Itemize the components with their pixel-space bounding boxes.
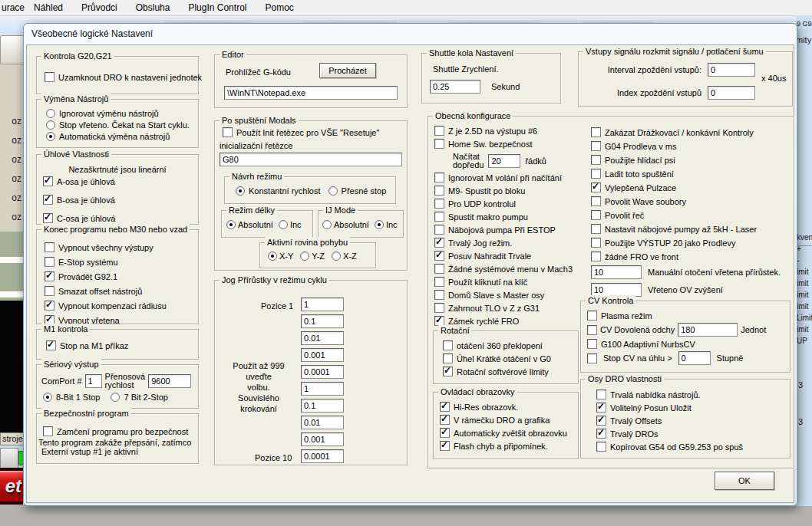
checkbox[interactable] [434, 212, 444, 222]
checkbox-row[interactable]: G100 Adaptivní NurbsCV [587, 339, 790, 349]
checkbox-row[interactable]: Povolit Wave soubory [591, 196, 794, 206]
checkbox[interactable] [434, 264, 444, 274]
checkbox[interactable] [596, 390, 606, 399]
checkbox[interactable] [591, 127, 601, 137]
value-input[interactable] [591, 265, 642, 279]
checkbox[interactable] [434, 173, 444, 182]
jog-increment-input[interactable] [301, 331, 344, 345]
menu-item[interactable]: Pomoc [265, 2, 293, 13]
checkbox[interactable] [591, 141, 601, 151]
checkbox[interactable] [587, 353, 597, 363]
checkbox[interactable] [591, 169, 601, 179]
checkbox[interactable] [443, 353, 453, 363]
checkbox-row[interactable]: A-osa je úhlová [43, 176, 198, 186]
shuttle-accel-input[interactable] [430, 80, 480, 94]
radio[interactable] [268, 251, 277, 261]
checkbox[interactable] [434, 225, 444, 235]
radio-row[interactable]: Inc [279, 220, 302, 229]
checkbox[interactable] [434, 251, 444, 261]
checkbox-row[interactable]: Stop na M1 příkaz [46, 340, 198, 350]
menu-item[interactable]: Náhled [34, 2, 63, 13]
radio-row[interactable]: Absolutní [226, 220, 273, 229]
debounce-interval-input[interactable] [708, 63, 755, 77]
cv-stop-angle-input[interactable] [678, 351, 711, 365]
checkbox[interactable] [440, 428, 450, 438]
checkbox[interactable] [596, 429, 606, 439]
checkbox[interactable] [434, 199, 444, 209]
checkbox[interactable] [596, 416, 606, 426]
checkbox-row[interactable]: Trvalý Jog režim. [434, 238, 589, 248]
checkbox-row[interactable]: Povolit řeč [591, 210, 794, 220]
radio[interactable] [328, 186, 338, 196]
checkbox-row[interactable]: Nastavit nábojové pumpy až 5kH - Laser [591, 224, 794, 234]
checkbox[interactable] [591, 155, 601, 165]
checkbox-row[interactable]: Trvalý DROs [596, 429, 790, 439]
checkbox[interactable] [443, 340, 453, 350]
checkbox-row[interactable]: G04 Prodleva v ms [591, 141, 794, 151]
jog-increment-input[interactable] [301, 432, 344, 446]
checkbox-row[interactable]: Smazat offset nástrojů [45, 286, 198, 296]
checkbox-row[interactable]: M9- Spustit po bloku [434, 186, 589, 196]
checkbox-row[interactable]: Provádět G92.1 [45, 271, 198, 281]
checkbox[interactable] [591, 224, 601, 234]
checkbox-row[interactable]: Rotační softvérové limity [443, 367, 578, 376]
checkbox-row[interactable]: Domů Slave s Master osy [434, 290, 589, 300]
jog-increment-input[interactable] [301, 399, 344, 413]
checkbox-row[interactable]: C-osa je úhlová [43, 213, 198, 223]
checkbox-row[interactable]: Spustit makro pumpu [434, 212, 589, 222]
checkbox[interactable] [591, 251, 601, 261]
radio-row[interactable]: Přesné stop [328, 186, 387, 196]
radio[interactable] [332, 251, 341, 261]
checkbox-row[interactable]: Pro UDP kontrolul [434, 199, 589, 209]
checkbox[interactable] [434, 238, 444, 248]
checkbox-row[interactable]: Flash chyb a připomínek. [440, 441, 578, 451]
radio[interactable] [111, 393, 120, 402]
checkbox-row[interactable]: Žádné systémové menu v Mach3 [434, 264, 589, 274]
radio-row[interactable]: 8-Bit 1 Stop [43, 393, 100, 402]
cv-tolerance-input[interactable] [678, 323, 738, 337]
checkbox-row[interactable]: E-Stop systému [45, 257, 198, 267]
reset-button-fragment[interactable]: et [0, 468, 23, 505]
radio[interactable] [322, 220, 332, 229]
checkbox[interactable] [223, 127, 233, 137]
checkbox[interactable] [434, 290, 444, 300]
baud-input[interactable] [148, 374, 191, 388]
checkbox-row[interactable]: žádné FRO ve front [591, 251, 794, 261]
checkbox[interactable] [587, 325, 597, 335]
checkbox-row[interactable]: Uzamknout DRO k nastavení jednotek [45, 72, 198, 82]
checkbox-row[interactable]: Použijte hlídací psi [591, 155, 794, 165]
checkbox-row[interactable]: Kopírovat G54 od G59.253 po spuš [596, 442, 790, 452]
checkbox-row[interactable]: CV Dovolená odchyJednot [587, 323, 790, 337]
editor-path-input[interactable] [224, 86, 398, 100]
radio-row[interactable]: Stop vřeteno. Čekat na Start cyklu. [46, 120, 198, 130]
radio[interactable] [375, 220, 384, 229]
menu-item[interactable]: Průvodci [81, 2, 117, 13]
checkbox-row[interactable]: Vypnout kompenzaci rádiusu [45, 301, 198, 311]
radio[interactable] [279, 220, 288, 229]
checkbox-row[interactable]: otáčení 360 překlopení [443, 340, 578, 350]
checkbox[interactable] [43, 213, 53, 223]
checkbox-row[interactable]: Stop CV na úhlu >Stupně [587, 351, 790, 365]
checkbox[interactable] [440, 402, 450, 412]
radio[interactable] [46, 120, 55, 130]
checkbox[interactable] [45, 242, 54, 252]
checkbox[interactable] [596, 403, 606, 413]
checkbox-row[interactable]: Ladit toto spuštění [591, 169, 794, 179]
checkbox-row[interactable]: Použít kliknutí na klíč [434, 277, 589, 287]
checkbox-row[interactable]: Volitelný Posun Uložit [596, 403, 790, 413]
radio-row[interactable]: Ignorovat výměnu nástrojů [46, 109, 198, 118]
checkbox[interactable] [591, 238, 601, 248]
jog-increment-input[interactable] [301, 314, 344, 328]
checkbox[interactable] [591, 182, 601, 192]
jog-increment-input[interactable] [301, 298, 344, 311]
checkbox[interactable] [587, 311, 597, 321]
radio-row[interactable]: Konstantní rychlost [236, 186, 321, 196]
radio-row[interactable]: X-Y [268, 251, 293, 261]
radio[interactable] [43, 393, 52, 402]
checkbox[interactable] [43, 195, 53, 205]
checkbox[interactable] [591, 196, 601, 206]
ok-button[interactable]: OK [715, 472, 774, 490]
checkbox-row[interactable]: Použijte VÝSTUP 20 jako Prodlevy [591, 238, 794, 248]
radio-row[interactable]: Inc [375, 220, 398, 229]
checkbox[interactable] [591, 210, 601, 220]
